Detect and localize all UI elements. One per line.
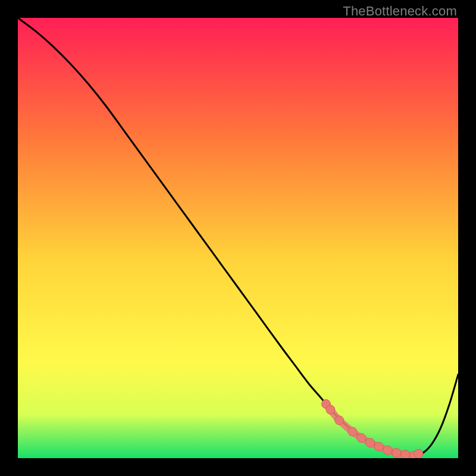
marker-dot xyxy=(366,439,375,447)
marker-dot xyxy=(383,446,392,455)
chart-frame xyxy=(18,18,458,458)
marker-dot xyxy=(401,450,410,458)
marker-dot xyxy=(392,449,401,458)
marker-dot xyxy=(374,442,383,451)
marker-dot xyxy=(414,449,423,458)
marker-dot xyxy=(335,416,344,425)
gradient-background xyxy=(18,18,458,458)
bottleneck-chart xyxy=(18,18,458,458)
marker-dot xyxy=(326,405,335,414)
watermark-text: TheBottleneck.com xyxy=(343,4,457,19)
marker-dot xyxy=(348,427,357,436)
marker-dot xyxy=(357,433,366,442)
